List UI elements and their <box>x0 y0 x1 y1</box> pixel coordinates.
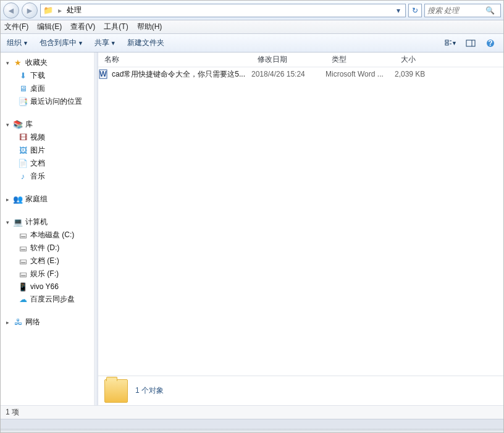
help-button[interactable]: ? <box>484 38 497 49</box>
address-dropdown-icon[interactable]: ▾ <box>394 6 403 15</box>
download-icon: ⬇ <box>18 71 28 81</box>
view-options-icon <box>445 40 452 47</box>
new-folder-button[interactable]: 新建文件夹 <box>127 38 164 48</box>
sidebar-item-music[interactable]: ♪音乐 <box>1 170 94 183</box>
sidebar-item-label: 文档 <box>30 158 45 169</box>
search-icon: 🔍 <box>485 6 495 15</box>
folder-icon <box>104 379 128 403</box>
menu-help[interactable]: 帮助(H) <box>137 22 162 32</box>
sidebar-item-device[interactable]: 📱vivo Y66 <box>1 280 94 293</box>
chevron-down-icon: ▼ <box>452 40 457 46</box>
include-menu[interactable]: 包含到库中 ▼ <box>40 38 83 48</box>
sidebar-item-sync[interactable]: ☁百度云同步盘 <box>1 293 94 306</box>
drive-icon: 🖴 <box>18 256 28 266</box>
back-button[interactable]: ◄ <box>3 2 19 19</box>
network-header[interactable]: ▸ 🖧 网络 <box>1 316 94 329</box>
forward-button[interactable]: ► <box>22 2 38 19</box>
sidebar-item-label: 娱乐 (F:) <box>30 269 59 279</box>
favorites-header[interactable]: ▾ ★ 收藏夹 <box>1 56 94 69</box>
sidebar-item-label: 本地磁盘 (C:) <box>30 230 74 240</box>
computer-icon: 💻 <box>13 217 23 227</box>
window-shadow <box>1 429 503 432</box>
file-type: Microsoft Word ... <box>326 70 395 78</box>
sidebar-item-videos[interactable]: 🎞视频 <box>1 131 94 144</box>
sidebar-item-label: 下载 <box>30 70 45 81</box>
share-label: 共享 <box>94 38 109 48</box>
search-box[interactable]: 🔍 <box>424 4 501 17</box>
sidebar-item-label: 软件 (D:) <box>30 243 59 253</box>
recent-icon: 📑 <box>18 97 28 107</box>
sidebar-item-pictures[interactable]: 🖼图片 <box>1 144 94 157</box>
sidebar-item-desktop[interactable]: 🖥桌面 <box>1 82 94 95</box>
refresh-button[interactable]: ↻ <box>408 4 422 17</box>
music-icon: ♪ <box>18 172 28 182</box>
computer-header[interactable]: ▾ 💻 计算机 <box>1 216 94 229</box>
view-options-button[interactable]: ▼ <box>444 38 458 49</box>
sidebar-item-label: 视频 <box>30 132 45 143</box>
file-list-pane: 名称 修改日期 类型 大小 W cad常用快捷键命令大全，你只需要这5... 2… <box>98 53 503 405</box>
address-bar[interactable]: 📁 ▸ 处理 ▾ <box>40 4 406 17</box>
drive-icon: 🖴 <box>18 269 28 279</box>
path-segment[interactable]: 处理 <box>67 5 82 15</box>
homegroup-icon: 👥 <box>13 195 23 204</box>
command-bar: 组织 ▼ 包含到库中 ▼ 共享 ▼ 新建文件夹 ▼ ? <box>1 34 503 53</box>
file-rows[interactable]: W cad常用快捷键命令大全，你只需要这5... 2018/4/26 15:24… <box>98 67 503 376</box>
word-doc-icon: W <box>98 69 108 79</box>
computer-label: 计算机 <box>25 217 48 227</box>
folder-icon: 📁 <box>43 6 53 15</box>
search-input[interactable] <box>427 6 483 15</box>
help-icon: ? <box>485 38 495 48</box>
menu-file[interactable]: 文件(F) <box>4 22 28 32</box>
window-frame-bottom <box>1 419 503 429</box>
documents-icon: 📄 <box>18 159 28 169</box>
expand-icon[interactable]: ▸ <box>4 196 10 203</box>
menu-tools[interactable]: 工具(T) <box>104 22 128 32</box>
collapse-icon[interactable]: ▾ <box>4 122 10 128</box>
file-row[interactable]: W cad常用快捷键命令大全，你只需要这5... 2018/4/26 15:24… <box>98 67 503 81</box>
status-bar: 1 项 <box>1 405 503 419</box>
sidebar-item-drive-d[interactable]: 🖴软件 (D:) <box>1 242 94 254</box>
sync-icon: ☁ <box>18 295 28 305</box>
desktop-icon: 🖥 <box>18 84 28 94</box>
homegroup-label: 家庭组 <box>25 194 48 204</box>
sidebar-item-drive-e[interactable]: 🖴文档 (E:) <box>1 254 94 267</box>
status-text: 1 项 <box>6 407 19 418</box>
drive-icon: 🖴 <box>18 243 28 253</box>
details-pane: 1 个对象 <box>98 376 503 405</box>
sidebar-item-label: 图片 <box>30 145 45 156</box>
sidebar-item-documents[interactable]: 📄文档 <box>1 157 94 170</box>
collapse-icon[interactable]: ▾ <box>4 60 10 66</box>
sidebar-item-downloads[interactable]: ⬇下载 <box>1 69 94 82</box>
details-summary: 1 个对象 <box>135 385 164 396</box>
svg-rect-1 <box>445 43 448 45</box>
column-headers: 名称 修改日期 类型 大小 <box>98 53 503 67</box>
homegroup-header[interactable]: ▸ 👥 家庭组 <box>1 193 94 206</box>
navigation-bar: ◄ ► 📁 ▸ 处理 ▾ ↻ 🔍 <box>1 1 503 20</box>
device-icon: 📱 <box>18 282 28 292</box>
include-label: 包含到库中 <box>40 38 77 48</box>
sidebar-item-drive-f[interactable]: 🖴娱乐 (F:) <box>1 267 94 280</box>
menu-edit[interactable]: 编辑(E) <box>37 22 62 32</box>
collapse-icon[interactable]: ▾ <box>4 219 10 225</box>
file-date: 2018/4/26 15:24 <box>251 70 326 78</box>
sidebar-item-label: 文档 (E:) <box>30 256 59 266</box>
address-input[interactable] <box>84 6 392 15</box>
organize-menu[interactable]: 组织 ▼ <box>7 38 28 48</box>
favorites-label: 收藏夹 <box>25 57 48 68</box>
sidebar-item-recent[interactable]: 📑最近访问的位置 <box>1 95 94 108</box>
navigation-pane[interactable]: ▾ ★ 收藏夹 ⬇下载 🖥桌面 📑最近访问的位置 ▾ 📚 库 🎞视频 🖼图片 📄… <box>1 53 94 405</box>
preview-pane-button[interactable] <box>464 38 477 49</box>
column-type[interactable]: 类型 <box>326 54 395 65</box>
column-date[interactable]: 修改日期 <box>251 54 326 65</box>
organize-label: 组织 <box>7 38 22 48</box>
expand-icon[interactable]: ▸ <box>4 319 10 326</box>
libraries-header[interactable]: ▾ 📚 库 <box>1 118 94 131</box>
column-size[interactable]: 大小 <box>395 54 456 65</box>
share-menu[interactable]: 共享 ▼ <box>94 38 116 48</box>
star-icon: ★ <box>13 58 23 68</box>
menu-bar: 文件(F) 编辑(E) 查看(V) 工具(T) 帮助(H) <box>1 20 503 34</box>
menu-view[interactable]: 查看(V) <box>70 22 95 32</box>
sidebar-item-drive-c[interactable]: 🖴本地磁盘 (C:) <box>1 229 94 242</box>
column-name[interactable]: 名称 <box>98 54 251 65</box>
svg-text:?: ? <box>488 39 492 48</box>
